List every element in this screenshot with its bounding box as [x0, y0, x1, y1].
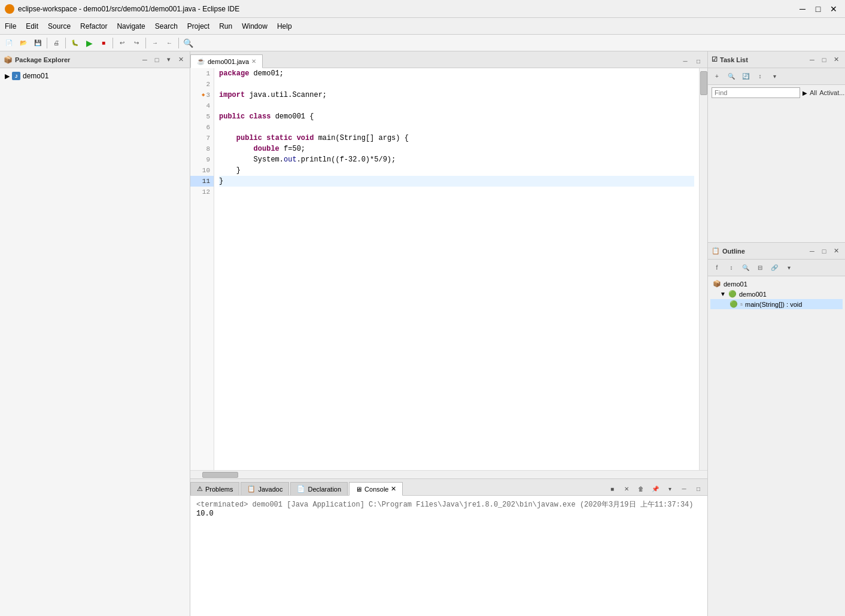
tb-search-btn[interactable]: 🔍 [181, 36, 194, 50]
ol-hide-fields-btn[interactable]: f [710, 261, 724, 275]
tl-minimize-btn[interactable]: ─ [807, 54, 817, 65]
tl-options-btn[interactable]: ▾ [768, 70, 781, 83]
tab-declaration[interactable]: 📄 Declaration [290, 482, 348, 495]
code-content[interactable]: package demo01; import java.util.Scanner… [214, 68, 699, 470]
left-panel: 📦 Package Explorer ─ □ ▾ ✕ ▶ J demo01 [0, 51, 190, 616]
ol-sort-btn[interactable]: ↕ [725, 261, 738, 275]
tb-debug-btn[interactable]: 🐛 [68, 36, 81, 50]
task-find-input[interactable] [712, 87, 800, 98]
tb-sep1 [47, 38, 47, 48]
pe-view-menu-btn[interactable]: ▾ [163, 54, 174, 65]
menu-source[interactable]: Source [43, 20, 75, 33]
editor-maximize-btn[interactable]: □ [692, 54, 705, 68]
console-stop-btn[interactable]: ■ [606, 482, 619, 495]
center-panel: ☕ demo001.java ✕ ─ □ 1 2 ◆3 4 5 6 [190, 51, 707, 616]
outline-header: 📋 Outline ─ □ ✕ [708, 243, 845, 260]
tb-open-btn[interactable]: 📂 [17, 36, 30, 50]
tb-sep5 [178, 38, 179, 48]
tb-run-btn[interactable]: ▶ [83, 36, 96, 50]
task-list-icon: ☑ [712, 56, 718, 63]
tl-maximize-btn[interactable]: □ [819, 54, 829, 65]
hscrollbar-thumb[interactable] [202, 472, 238, 478]
tl-close-btn[interactable]: ✕ [831, 54, 841, 65]
tb-print-btn[interactable]: 🖨 [50, 36, 63, 50]
tl-filter-btn[interactable]: 🔍 [725, 70, 738, 83]
tb-redo-btn[interactable]: ↪ [130, 36, 143, 50]
tree-item-demo01[interactable]: ▶ J demo01 [0, 71, 190, 81]
code-editor[interactable]: 1 2 ◆3 4 5 6 7 8 9 10 11 12 package demo… [190, 68, 707, 470]
task-find-expand[interactable]: ▶ [803, 90, 807, 96]
tl-refresh-btn[interactable]: 🔄 [739, 70, 752, 83]
menu-file[interactable]: File [0, 20, 21, 33]
outline-item-class[interactable]: ▼ 🟢 demo001 [710, 289, 843, 299]
pe-minimize-btn[interactable]: ─ [139, 54, 150, 65]
menu-window[interactable]: Window [237, 20, 272, 33]
console-pin-btn[interactable]: 📌 [649, 482, 662, 495]
tb-stop-btn[interactable]: ■ [97, 36, 110, 50]
console-tab-close[interactable]: ✕ [391, 485, 396, 493]
ol-maximize-btn[interactable]: □ [819, 246, 829, 257]
task-activate-btn[interactable]: Activat... [819, 89, 844, 96]
outline-item-package[interactable]: 📦 demo01 [710, 279, 843, 289]
menu-help[interactable]: Help [272, 20, 297, 33]
ln-11: 11 [190, 176, 214, 187]
tb-prev-btn[interactable]: ← [163, 36, 176, 50]
code-line-2 [219, 79, 694, 90]
menu-search[interactable]: Search [150, 20, 183, 33]
pe-close-btn[interactable]: ✕ [175, 54, 186, 65]
tl-sort-btn[interactable]: ↕ [753, 70, 767, 83]
menu-project[interactable]: Project [183, 20, 214, 33]
eclipse-icon [5, 4, 14, 14]
ol-link-btn[interactable]: 🔗 [768, 261, 781, 275]
console-toolbar: ■ ✕ 🗑 📌 ▾ ─ □ [603, 482, 707, 495]
tb-undo-btn[interactable]: ↩ [115, 36, 129, 50]
task-find-row: ▶ All Activat... [708, 85, 845, 100]
ln-10: 10 [190, 165, 214, 176]
ol-filter-btn[interactable]: 🔍 [739, 261, 752, 275]
right-panel: ☑ Task List ─ □ ✕ + 🔍 🔄 ↕ ▾ ▶ All [707, 51, 845, 616]
tab-declaration-label: Declaration [308, 486, 341, 493]
console-content: <terminated> demo001 [Java Application] … [190, 496, 707, 616]
tab-close-btn[interactable]: ✕ [251, 58, 256, 65]
declaration-icon: 📄 [297, 485, 305, 493]
console-clear-btn[interactable]: 🗑 [634, 482, 648, 495]
menu-run[interactable]: Run [214, 20, 237, 33]
tb-new-btn[interactable]: 📄 [2, 36, 16, 50]
editor-vscrollbar-thumb[interactable] [700, 71, 707, 95]
ol-minimize-btn[interactable]: ─ [807, 246, 817, 257]
tb-next-btn[interactable]: → [148, 36, 162, 50]
menu-edit[interactable]: Edit [21, 20, 43, 33]
editor-minimize-btn[interactable]: ─ [679, 54, 692, 68]
code-editor-hscrollbar[interactable] [190, 470, 707, 478]
menu-refactor[interactable]: Refactor [75, 20, 112, 33]
package-explorer-header: 📦 Package Explorer ─ □ ▾ ✕ [0, 51, 190, 68]
minimize-button[interactable]: ─ [796, 2, 809, 16]
ol-options-btn[interactable]: ▾ [782, 261, 795, 275]
ol-collapse-btn[interactable]: ⊟ [753, 261, 767, 275]
tab-demo001java[interactable]: ☕ demo001.java ✕ [190, 54, 263, 68]
ln-6: 6 [190, 122, 214, 133]
console-options-btn[interactable]: ▾ [663, 482, 676, 495]
tl-new-btn[interactable]: + [710, 70, 724, 83]
tab-console[interactable]: 🖥 Console ✕ [349, 482, 403, 496]
pe-maximize-btn[interactable]: □ [151, 54, 162, 65]
console-close-btn[interactable]: ✕ [620, 482, 633, 495]
ln-2: 2 [190, 79, 214, 90]
outline-item-method[interactable]: 🟢 s main(String[]) : void [710, 299, 843, 309]
editor-vscrollbar[interactable] [699, 68, 707, 470]
console-terminated: <terminated> demo001 [Java Application] … [196, 499, 701, 510]
menu-navigate[interactable]: Navigate [112, 20, 150, 33]
ln-8: 8 [190, 144, 214, 154]
task-find-all-btn[interactable]: All [810, 89, 817, 96]
tb-save-btn[interactable]: 💾 [31, 36, 44, 50]
console-maximize-btn[interactable]: □ [692, 482, 705, 495]
maximize-button[interactable]: □ [811, 2, 825, 16]
console-icon: 🖥 [355, 486, 362, 493]
tab-javadoc-label: Javadoc [258, 486, 282, 493]
tab-javadoc[interactable]: 📋 Javadoc [241, 482, 289, 495]
console-minimize-btn[interactable]: ─ [677, 482, 691, 495]
tab-problems[interactable]: ⚠ Problems [190, 482, 239, 495]
close-button[interactable]: ✕ [827, 2, 840, 16]
expand-icon: ▼ [720, 291, 726, 297]
ol-close-btn[interactable]: ✕ [831, 246, 841, 257]
